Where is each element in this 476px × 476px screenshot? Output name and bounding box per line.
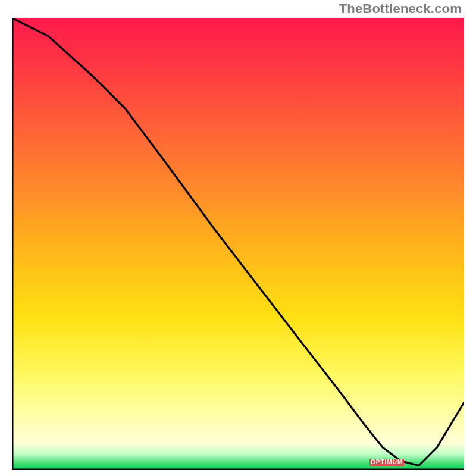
optimum-marker: OPTIMUM [369, 459, 404, 466]
chart-container: TheBottleneck.com OPTIMUM [0, 0, 476, 476]
plot-area: OPTIMUM [12, 18, 464, 470]
gradient-background [12, 18, 464, 470]
watermark-text: TheBottleneck.com [339, 1, 462, 17]
